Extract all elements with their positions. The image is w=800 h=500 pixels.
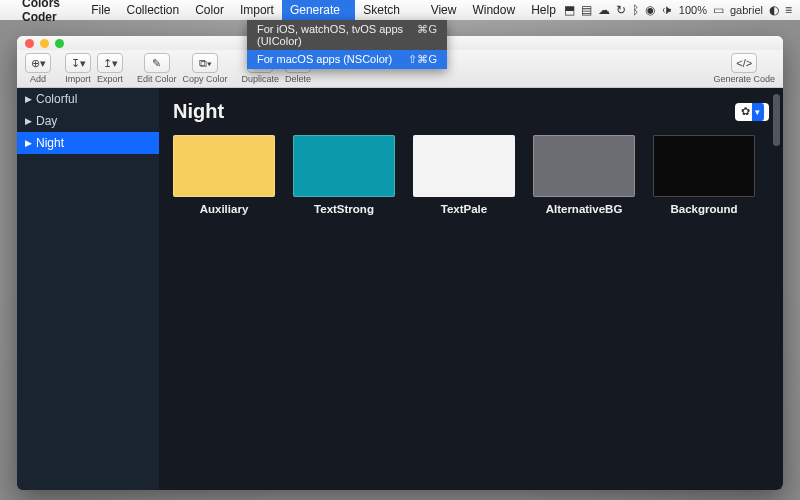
copy-color-button[interactable]: ⧉▾ Copy Color [183,53,228,84]
menu-view[interactable]: View [423,0,465,20]
export-button[interactable]: ↥▾ Export [97,53,123,84]
menu-collection[interactable]: Collection [119,0,188,20]
main-panel: Night ✿▾ AuxiliaryTextStrongTextPaleAlte… [159,88,783,490]
menu-item-shortcut: ⌘G [417,23,437,47]
sidebar-item-label: Colorful [36,92,77,106]
bluetooth-icon[interactable]: ᛒ [632,3,639,17]
sync-icon[interactable]: ↻ [616,3,626,17]
chevron-down-icon: ▾ [752,103,764,121]
sidebar-item-label: Day [36,114,57,128]
scroll-thumb[interactable] [773,94,780,146]
swatch-label: Background [670,203,737,215]
cloud-icon[interactable]: ☁ [598,3,610,17]
import-icon: ↧▾ [71,57,86,70]
swatch-label: Auxiliary [200,203,249,215]
disclosure-icon: ▶ [25,116,32,126]
color-chip[interactable] [653,135,755,197]
wifi-icon[interactable]: ◉ [645,3,655,17]
code-icon: </> [736,57,752,69]
menu-file[interactable]: File [83,0,118,20]
close-icon[interactable] [25,39,34,48]
sidebar: ▶Colorful▶Day▶Night [17,88,159,490]
copy-icon: ⧉▾ [199,57,212,70]
sidebar-item-night[interactable]: ▶Night [17,132,159,154]
duplicate-label: Duplicate [242,74,280,84]
generate-code-label: Generate Code [713,74,775,84]
edit-label: Edit Color [137,74,177,84]
export-icon: ↥▾ [103,57,118,70]
swatch-textstrong[interactable]: TextStrong [293,135,395,215]
sidebar-item-colorful[interactable]: ▶Colorful [17,88,159,110]
sidebar-item-label: Night [36,136,64,150]
dropbox-icon[interactable]: ⬒ [564,3,575,17]
edit-color-button[interactable]: ✎ Edit Color [137,53,177,84]
color-chip[interactable] [533,135,635,197]
battery-icon[interactable]: ▭ [713,3,724,17]
swatch-label: AlternativeBG [546,203,623,215]
menu-help[interactable]: Help [523,0,564,20]
swatch-label: TextStrong [314,203,374,215]
menubar-status: ⬒ ▤ ☁ ↻ ᛒ ◉ 🕩 100% ▭ gabriel ◐ ≡ [564,3,800,17]
menu-item-label: For iOS, watchOS, tvOS apps (UIColor) [257,23,417,47]
plus-icon: ⊕▾ [31,57,46,70]
menu-sketch-plugin[interactable]: Sketch Plugin [355,0,422,20]
menu-item-shortcut: ⇧⌘G [408,53,437,66]
menu-generate-code[interactable]: Generate Code [282,0,355,20]
zoom-icon[interactable] [55,39,64,48]
disclosure-icon: ▶ [25,138,32,148]
collection-settings-button[interactable]: ✿▾ [735,103,769,121]
delete-label: Delete [285,74,311,84]
add-label: Add [30,74,46,84]
sidebar-item-day[interactable]: ▶Day [17,110,159,132]
color-chip[interactable] [173,135,275,197]
flag-icon[interactable]: ▤ [581,3,592,17]
import-button[interactable]: ↧▾ Import [65,53,91,84]
menu-import[interactable]: Import [232,0,282,20]
swatch-textpale[interactable]: TextPale [413,135,515,215]
color-chip[interactable] [413,135,515,197]
menu-color[interactable]: Color [187,0,232,20]
generate-code-menu[interactable]: For iOS, watchOS, tvOS apps (UIColor)⌘GF… [247,20,447,69]
collection-title: Night [173,100,224,123]
import-label: Import [65,74,91,84]
generate-code-button[interactable]: </> Generate Code [713,53,775,84]
scrollbar[interactable] [771,92,781,486]
export-label: Export [97,74,123,84]
pencil-icon: ✎ [152,57,161,70]
menu-window[interactable]: Window [464,0,523,20]
app-window: ⊕▾ Add ↧▾ Import ↥▾ Export ✎ Edit Color … [17,36,783,490]
user-name[interactable]: gabriel [730,4,763,16]
copy-label: Copy Color [183,74,228,84]
swatch-label: TextPale [441,203,487,215]
menu-item[interactable]: For iOS, watchOS, tvOS apps (UIColor)⌘G [247,20,447,50]
notifications-icon[interactable]: ≡ [785,3,792,17]
menu-item[interactable]: For macOS apps (NSColor)⇧⌘G [247,50,447,69]
app-name[interactable]: Colors Coder [14,0,83,24]
swatch-auxiliary[interactable]: Auxiliary [173,135,275,215]
swatch-background[interactable]: Background [653,135,755,215]
color-chip[interactable] [293,135,395,197]
battery-text: 100% [679,4,707,16]
menu-item-label: For macOS apps (NSColor) [257,53,392,66]
macos-menubar: Colors Coder FileCollectionColorImportGe… [0,0,800,20]
spotlight-icon[interactable]: ◐ [769,3,779,17]
minimize-icon[interactable] [40,39,49,48]
gear-icon: ✿ [741,105,750,118]
swatch-alternativebg[interactable]: AlternativeBG [533,135,635,215]
disclosure-icon: ▶ [25,94,32,104]
volume-icon[interactable]: 🕩 [661,3,673,17]
add-button[interactable]: ⊕▾ Add [25,53,51,84]
